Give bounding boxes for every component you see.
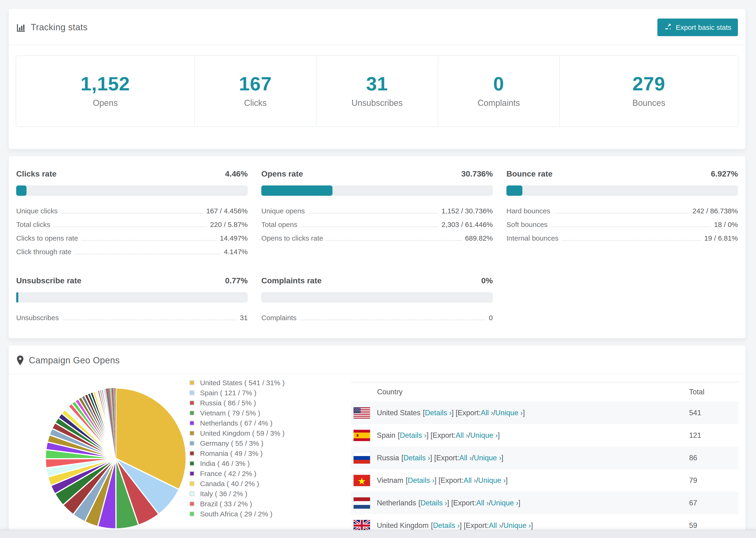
details-link[interactable]: Details › (425, 409, 452, 417)
bracket: ] [Export: (435, 476, 464, 485)
legend-item-russia[interactable]: Russia ( 86 / 5% ) (189, 398, 351, 408)
geo-table-header-country: Country (351, 388, 680, 396)
legend-item-italy[interactable]: Italy ( 36 / 2% ) (189, 489, 351, 499)
rate-head: Complaints rate0% (261, 276, 493, 285)
geo-pie-wrap (16, 374, 189, 538)
export-unique-link[interactable]: Unique › (470, 431, 498, 440)
details-link[interactable]: Details › (400, 431, 427, 440)
details-link[interactable]: Details › (433, 521, 460, 530)
details-link[interactable]: Details › (408, 476, 435, 485)
rate-head: Bounce rate6.927% (507, 169, 738, 178)
us-flag-icon (353, 407, 370, 418)
legend-item-germany[interactable]: Germany ( 55 / 3% ) (189, 438, 351, 448)
export-all-link[interactable]: All › (464, 476, 476, 485)
bar-chart-icon (16, 23, 26, 32)
leader-dots (326, 240, 461, 241)
rate-rows: Unique clicks167 / 4.456%Total clicks220… (16, 204, 248, 259)
bracket: [ (402, 454, 404, 462)
legend-swatch (189, 491, 194, 496)
dashboard-page: Tracking stats Export basic stats 1,152O… (0, 0, 756, 538)
stat-value: 0 (438, 73, 559, 95)
rate-row-click-through-rate: Click through rate4.147% (16, 245, 248, 259)
rate-progress-bar (507, 186, 738, 196)
export-all-link[interactable]: All › (476, 499, 489, 507)
export-all-link[interactable]: All › (489, 521, 501, 530)
rate-row-value: 14.497% (220, 234, 248, 242)
rate-row-label: Complaints (261, 314, 297, 322)
legend-item-south-africa[interactable]: South Africa ( 29 / 2% ) (189, 509, 351, 519)
rate-row-hard-bounces: Hard bounces242 / 86.738% (507, 204, 738, 218)
page-content: Tracking stats Export basic stats 1,152O… (0, 0, 756, 538)
legend-swatch (189, 481, 194, 486)
bracket: ] (531, 521, 533, 530)
legend-item-brazil[interactable]: Brazil ( 33 / 2% ) (189, 499, 351, 509)
tracking-stats-title: Tracking stats (16, 22, 87, 32)
rate-row-label: Unsubscribes (16, 314, 59, 322)
export-unique-link[interactable]: Unique › (474, 454, 501, 462)
rate-row-value: 220 / 5.87% (210, 221, 248, 229)
legend-label: France ( 42 / 2% ) (200, 470, 256, 478)
legend-swatch (189, 511, 194, 516)
tracking-stats-header: Tracking stats Export basic stats (9, 9, 745, 45)
rate-row-internal-bounces: Internal bounces19 / 6.81% (507, 232, 738, 245)
rate-row-label: Unique opens (261, 207, 305, 215)
stat-cell-bounces: 279Bounces (560, 56, 738, 127)
country-name: Russia (377, 454, 399, 462)
geo-row-total: 541 (680, 409, 738, 417)
slash: / (489, 499, 491, 507)
export-unique-link[interactable]: Unique › (478, 476, 506, 485)
bracket: [ (431, 521, 433, 530)
legend-item-netherlands[interactable]: Netherlands ( 67 / 4% ) (189, 418, 351, 428)
legend-item-vietnam[interactable]: Vietnam ( 79 / 5% ) (189, 408, 351, 418)
legend-item-romania[interactable]: Romania ( 49 / 3% ) (189, 448, 351, 458)
bracket: ] (506, 476, 508, 485)
stat-cell-complaints: 0Complaints (438, 56, 560, 127)
legend-label: Spain ( 121 / 7% ) (200, 389, 256, 397)
legend-item-france[interactable]: France ( 42 / 2% ) (189, 468, 351, 479)
export-unique-link[interactable]: Unique › (495, 409, 523, 417)
geo-legend: United States ( 541 / 31% )Spain ( 121 /… (189, 374, 351, 538)
legend-item-spain[interactable]: Spain ( 121 / 7% ) (189, 388, 351, 398)
export-button-label: Export basic stats (676, 24, 731, 31)
export-all-link[interactable]: All › (459, 454, 472, 462)
geo-row-country: Netherlands[Details ›] [Export: All › / … (351, 497, 680, 509)
country-name: Vietnam (377, 476, 404, 485)
legend-item-united-states[interactable]: United States ( 541 / 31% ) (189, 378, 351, 388)
rate-row-value: 4.147% (224, 248, 248, 256)
vn-flag-icon (353, 475, 370, 486)
export-unique-link[interactable]: Unique › (503, 521, 531, 530)
legend-item-united-kingdom[interactable]: United Kingdom ( 59 / 3% ) (189, 428, 351, 438)
legend-item-canada[interactable]: Canada ( 40 / 2% ) (189, 479, 351, 489)
geo-table-rows: United States[Details ›] [Export: All › … (351, 402, 738, 538)
leader-dots (62, 320, 237, 320)
rate-row-label: Clicks to opens rate (16, 234, 78, 242)
rate-title: Clicks rate (16, 169, 57, 178)
legend-item-india[interactable]: India ( 46 / 3% ) (189, 458, 351, 468)
table-row-vietnam: Vietnam[Details ›] [Export: All › / Uniq… (351, 469, 738, 492)
rate-value: 6.927% (711, 169, 738, 178)
rate-progress-fill (507, 186, 522, 196)
details-link[interactable]: Details › (420, 499, 447, 507)
rate-row-label: Total clicks (16, 221, 50, 229)
rate-row-value: 0 (489, 314, 493, 322)
geo-opens-title-text: Campaign Geo Opens (29, 355, 120, 365)
export-all-link[interactable]: All › (481, 409, 493, 417)
legend-swatch (189, 451, 194, 456)
gb-flag-icon (353, 520, 370, 531)
export-all-link[interactable]: All › (456, 431, 468, 440)
export-unique-link[interactable]: Unique › (491, 499, 518, 507)
bracket: ] [Export: (430, 454, 459, 462)
legend-label: United States ( 541 / 31% ) (200, 379, 285, 387)
legend-label: United Kingdom ( 59 / 3% ) (200, 429, 285, 437)
leader-dots (81, 240, 216, 241)
stat-cell-opens: 1,152Opens (16, 56, 195, 127)
rate-row-label: Opens to clicks rate (261, 234, 323, 242)
rate-panel-unsubscribe-rate: Unsubscribe rate0.77%Unsubscribes31 (16, 276, 248, 325)
export-basic-stats-button[interactable]: Export basic stats (657, 19, 738, 36)
details-link[interactable]: Details › (404, 454, 430, 462)
stat-value: 279 (560, 73, 738, 95)
rate-row-label: Total opens (261, 221, 297, 229)
geo-row-total: 121 (680, 431, 738, 440)
geo-row-total: 79 (680, 476, 738, 485)
rate-row-clicks-to-opens-rate: Clicks to opens rate14.497% (16, 232, 248, 245)
